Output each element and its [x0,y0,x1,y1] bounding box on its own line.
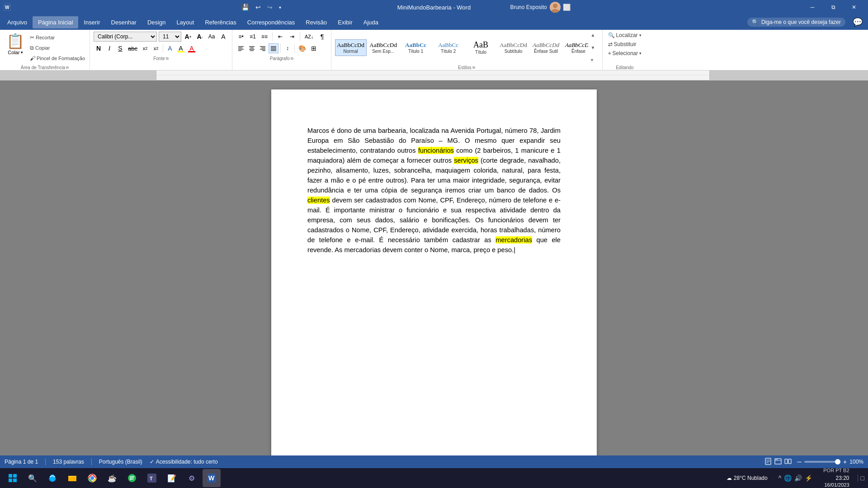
format-painter-btn[interactable]: 🖌 Pincel de Formatação [28,55,87,62]
text-effects-btn[interactable]: A [165,43,175,53]
select-dropdown[interactable]: ▾ [639,51,642,56]
zoom-out-btn[interactable]: ─ [797,458,802,465]
align-justify-btn[interactable] [269,43,278,53]
start-btn[interactable] [4,469,22,487]
underline-btn[interactable]: S [115,43,125,53]
style-titulo2[interactable]: AaBbCc Título 2 [433,39,464,56]
font-size-select[interactable]: 11 [159,32,181,42]
shading-btn[interactable]: 🎨 [297,43,308,53]
decrease-indent-btn[interactable]: ⇤ [275,32,285,42]
numbering-btn[interactable]: ≡1 [248,32,258,42]
style-enfase-sutil[interactable]: AaBbCcDd Ênfase Sutil [530,39,562,56]
quick-undo-btn[interactable]: ↩ [254,3,263,12]
show-desktop-btn[interactable]: □ [858,474,864,482]
font-family-select[interactable]: Calibri (Corp... [94,32,157,42]
align-left-btn[interactable] [236,43,246,53]
find-btn[interactable]: 🔍 Localizar ▾ [606,32,644,39]
tell-me-box[interactable]: 🔍 Diga-me o que você deseja fazer [747,18,845,27]
zoom-in-btn[interactable]: + [843,458,847,465]
taskbar-spotify-btn[interactable] [123,469,141,487]
taskbar-search-btn[interactable]: 🔍 [24,469,42,487]
weather-widget[interactable]: ☁ 28°C Nublado [723,475,771,481]
taskbar-word-btn[interactable]: W [203,469,221,487]
paste-btn[interactable]: 📋 Colar ▾ [3,32,28,64]
align-center-btn[interactable] [247,43,257,53]
style-titulo1[interactable]: AaBbCc Título 1 [400,39,432,56]
document-area[interactable]: Marcos é dono de uma barbearia, localiza… [0,80,868,455]
paste-dropdown-arrow[interactable]: ▾ [21,50,23,55]
volume-icon[interactable]: 🔊 [794,474,802,482]
italic-btn[interactable]: I [104,43,114,53]
cut-btn[interactable]: ✂ Recortar [28,34,87,41]
menu-pagina-inicial[interactable]: Página Inicial [33,16,78,28]
taskbar-explorer-btn[interactable] [63,469,81,487]
paragraph-expand-icon[interactable]: ⧉ [291,56,293,61]
menu-exibir[interactable]: Exibir [332,16,358,28]
align-right-btn[interactable] [258,43,268,53]
menu-inserir[interactable]: Inserir [78,16,105,28]
word-count[interactable]: 153 palavras [53,459,84,465]
replace-btn[interactable]: ⇄ Substituir [606,41,644,48]
user-avatar[interactable] [550,2,561,13]
taskbar-chrome-btn[interactable] [83,469,101,487]
quick-redo-btn[interactable]: ↪ [265,3,274,12]
style-sem-esp[interactable]: AaBbCcDd Sem Esp... [368,39,399,56]
quick-customize-btn[interactable]: ▾ [277,4,283,11]
bullets-btn[interactable]: ≡• [236,32,246,42]
print-layout-btn[interactable] [764,458,772,466]
menu-design[interactable]: Design [142,16,171,28]
style-enfase[interactable]: AaBbCcDd Ênfase [563,39,588,56]
share-icon[interactable]: ⬜ [563,4,571,11]
restore-btn[interactable]: ⧉ [823,0,844,14]
comments-icon[interactable]: 💬 [853,17,863,27]
increase-indent-btn[interactable]: ⇥ [287,32,297,42]
document-content[interactable]: Marcos é dono de uma barbearia, localiza… [307,126,561,255]
menu-desenhar[interactable]: Desenhar [106,16,142,28]
clear-format-btn[interactable]: A [218,32,228,42]
accessibility-status[interactable]: ✓ Acessibilidade: tudo certo [150,459,218,465]
reader-view-btn[interactable] [784,458,792,466]
menu-referencias[interactable]: Referências [199,16,241,28]
taskbar-teams-btn[interactable]: T [143,469,161,487]
menu-correspondencias[interactable]: Correspondências [242,16,301,28]
font-expand-icon[interactable]: ⧉ [166,56,169,61]
show-marks-btn[interactable]: ¶ [317,32,327,42]
minimize-btn[interactable]: ─ [802,0,823,14]
styles-scroll-more[interactable]: ▾ [590,56,596,63]
bold-btn[interactable]: N [94,43,104,53]
taskbar-java-btn[interactable]: ☕ [103,469,121,487]
strikethrough-btn[interactable]: abc [126,43,139,53]
menu-ajuda[interactable]: Ajuda [358,16,384,28]
zoom-level[interactable]: 100% [849,459,863,465]
taskbar-notes-btn[interactable]: 📝 [163,469,181,487]
subscript-btn[interactable]: x2 [140,43,150,53]
styles-scroll-down[interactable]: ▼ [590,44,596,51]
multilevel-btn[interactable]: ≡≡ [259,32,269,42]
highlight-color-btn[interactable]: A [176,43,186,53]
battery-icon[interactable]: ⚡ [805,474,812,482]
web-layout-btn[interactable] [774,458,782,466]
menu-arquivo[interactable]: Arquivo [2,16,33,28]
borders-btn[interactable]: ⊞ [309,43,319,53]
style-normal[interactable]: AaBbCcDd Normal [335,39,367,56]
copy-btn[interactable]: ⧉ Copiar [28,44,87,52]
taskbar-app9-btn[interactable]: ⚙ [183,469,201,487]
close-btn[interactable]: ✕ [844,0,864,14]
style-titulo[interactable]: AaB Título [465,38,497,57]
taskbar-edge-btn[interactable] [43,469,61,487]
styles-expand-icon[interactable]: ⧉ [472,66,475,70]
tray-expand-btn[interactable]: ^ [778,474,782,482]
zoom-slider[interactable] [804,461,840,463]
menu-layout[interactable]: Layout [171,16,199,28]
system-clock[interactable]: POR PT B2 23:20 16/01/2023 [820,467,853,488]
font-color-btn[interactable]: A [187,43,197,53]
network-icon[interactable]: 🌐 [784,474,792,482]
shrink-font-btn[interactable]: A- [195,32,205,42]
find-dropdown[interactable]: ▾ [639,33,642,38]
menu-revisao[interactable]: Revisão [300,16,332,28]
styles-scroll-up[interactable]: ▲ [590,32,596,38]
language-btn[interactable]: Português (Brasil) [99,459,142,465]
sort-btn[interactable]: AZ↓ [303,32,316,42]
quick-save-btn[interactable]: 💾 [240,3,251,12]
style-subtitulo[interactable]: AaBbCcDd Subtítulo [498,39,529,56]
